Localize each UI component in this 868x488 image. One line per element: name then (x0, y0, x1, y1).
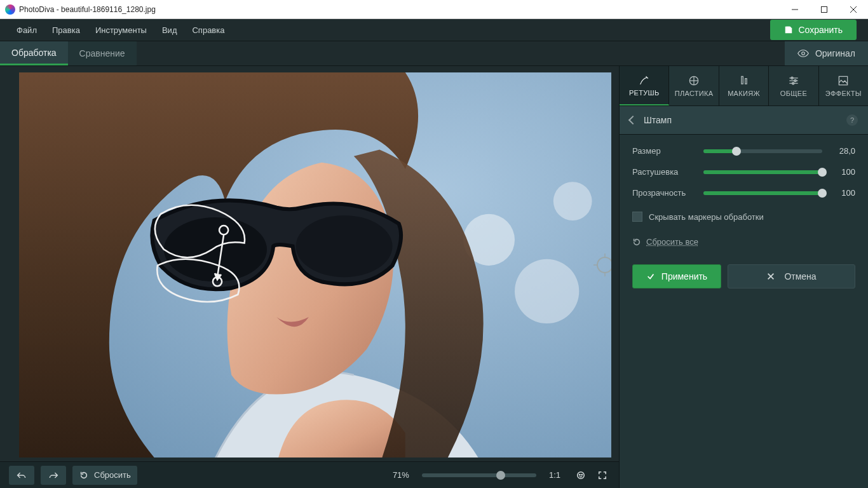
svg-point-15 (597, 257, 611, 273)
save-icon (784, 25, 793, 34)
minimize-button[interactable] (780, 0, 810, 19)
app-logo-icon (5, 4, 15, 15)
slider-feather[interactable] (703, 170, 822, 174)
slider-feather-row: Растушевка 100 (632, 167, 855, 177)
apply-label: Применить (661, 271, 707, 281)
svg-rect-1 (822, 6, 827, 12)
save-button[interactable]: Сохранить (770, 20, 857, 40)
status-bar: Сбросить 71% 1:1 (0, 461, 619, 488)
tooltab-retouch[interactable]: РЕТУШЬ (620, 66, 669, 105)
slider-feather-label: Растушевка (632, 167, 696, 177)
tooltab-plastika[interactable]: ПЛАСТИКА (669, 66, 719, 105)
fullscreen-icon (597, 471, 607, 480)
hide-markers-label: Скрывать маркеры обработки (649, 212, 764, 222)
show-original-button[interactable]: Оригинал (785, 41, 868, 65)
tab-edit[interactable]: Обработка (0, 41, 68, 65)
tooltab-general[interactable]: ОБЩЕЕ (769, 66, 818, 105)
hide-markers-row[interactable]: Скрывать маркеры обработки (632, 212, 855, 222)
reset-icon (79, 471, 89, 480)
reset-all-label: Сбросить все (646, 237, 698, 247)
tool-section-header: Штамп ? (620, 105, 868, 135)
tooltab-general-label: ОБЩЕЕ (780, 90, 807, 97)
hide-markers-checkbox[interactable] (632, 212, 642, 222)
slider-size-label: Размер (632, 146, 696, 156)
close-button[interactable] (839, 0, 868, 19)
svg-rect-4 (787, 27, 790, 29)
svg-point-5 (802, 52, 805, 55)
undo-button[interactable] (9, 466, 34, 485)
svg-point-20 (578, 471, 585, 478)
svg-point-10 (164, 217, 267, 281)
slider-size-value: 28,0 (830, 146, 855, 156)
zoom-value: 71% (393, 470, 409, 480)
reset-all-icon (632, 238, 641, 247)
face-icon (576, 471, 586, 480)
tooltab-effects-label: ЭФФЕКТЫ (825, 90, 862, 97)
sliders-icon (787, 74, 800, 87)
undo-icon (17, 471, 27, 480)
reset-label: Сбросить (94, 470, 131, 480)
menu-help[interactable]: Справка (184, 19, 232, 41)
effects-icon (837, 74, 850, 87)
zoom-1to1[interactable]: 1:1 (549, 470, 560, 480)
menu-file[interactable]: Файл (9, 19, 44, 41)
image-canvas[interactable] (19, 72, 611, 458)
main-tabs: Обработка Сравнение Оригинал (0, 41, 868, 66)
svg-point-22 (581, 474, 582, 475)
retouch-icon (638, 74, 651, 86)
back-icon[interactable] (628, 116, 637, 125)
svg-point-11 (296, 215, 393, 277)
cancel-label: Отмена (784, 271, 816, 281)
right-panel: РЕТУШЬ ПЛАСТИКА МАКИЯЖ ОБЩЕЕ ЭФФЕКТЫ (619, 66, 868, 488)
slider-size[interactable] (703, 149, 822, 153)
svg-point-9 (553, 182, 592, 220)
svg-point-8 (515, 259, 579, 323)
tooltab-plastika-label: ПЛАСТИКА (675, 90, 714, 97)
brush-cursor-icon (593, 254, 611, 276)
slider-size-row: Размер 28,0 (632, 146, 855, 156)
svg-rect-27 (745, 79, 747, 84)
cancel-button[interactable]: Отмена (728, 264, 855, 288)
slider-opacity-row: Прозрачность 100 (632, 188, 855, 198)
fit-face-button[interactable] (573, 466, 588, 485)
menu-view[interactable]: Вид (154, 19, 185, 41)
menu-edit[interactable]: Правка (44, 19, 88, 41)
window-titlebar: PhotoDiva - beautiful-1869116_1280.jpg (0, 0, 868, 19)
slider-feather-value: 100 (830, 167, 855, 177)
menu-tools[interactable]: Инструменты (88, 19, 154, 41)
reset-button[interactable]: Сбросить (72, 466, 137, 485)
photo-preview (19, 72, 611, 458)
makeup-icon (738, 74, 750, 87)
fullscreen-button[interactable] (595, 466, 610, 485)
help-button[interactable]: ? (846, 114, 858, 126)
tab-compare[interactable]: Сравнение (68, 41, 137, 65)
check-icon (646, 272, 655, 281)
window-title: PhotoDiva - beautiful-1869116_1280.jpg (19, 5, 156, 14)
zoom-slider[interactable] (422, 473, 536, 477)
reset-all-link[interactable]: Сбросить все (632, 237, 855, 247)
tooltab-makeup[interactable]: МАКИЯЖ (719, 66, 769, 105)
eye-icon (797, 50, 809, 57)
slider-opacity-label: Прозрачность (632, 188, 696, 198)
tooltab-makeup-label: МАКИЯЖ (728, 90, 760, 97)
tool-category-tabs: РЕТУШЬ ПЛАСТИКА МАКИЯЖ ОБЩЕЕ ЭФФЕКТЫ (620, 66, 868, 105)
redo-button[interactable] (41, 466, 66, 485)
slider-opacity[interactable] (703, 191, 822, 195)
tool-title: Штамп (644, 115, 839, 125)
tooltab-retouch-label: РЕТУШЬ (629, 89, 659, 97)
svg-rect-26 (741, 76, 743, 84)
original-label: Оригинал (815, 48, 855, 58)
slider-opacity-value: 100 (830, 188, 855, 198)
redo-icon (48, 471, 58, 480)
close-icon (766, 272, 775, 281)
tooltab-effects[interactable]: ЭФФЕКТЫ (819, 66, 868, 105)
maximize-button[interactable] (810, 0, 839, 19)
apply-button[interactable]: Применить (632, 264, 721, 288)
liquify-icon (688, 74, 700, 87)
svg-point-21 (580, 474, 580, 475)
menu-bar: Файл Правка Инструменты Вид Справка Сохр… (0, 19, 868, 41)
save-label: Сохранить (798, 25, 843, 35)
